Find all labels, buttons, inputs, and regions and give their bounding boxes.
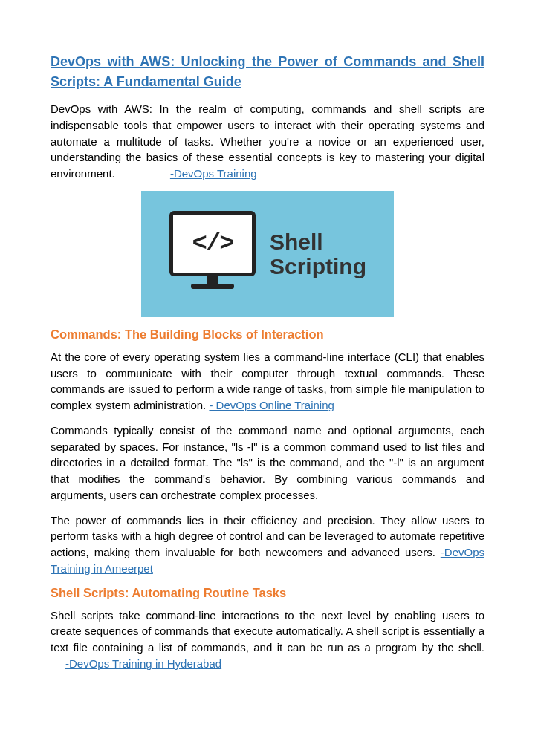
- shell-text-line2: Scripting: [270, 254, 366, 278]
- intro-paragraph: DevOps with AWS: In the realm of computi…: [51, 101, 484, 182]
- monitor-stand: [207, 276, 218, 284]
- section2-para1: Shell scripts take command-line interact…: [51, 607, 484, 672]
- intro-text: DevOps with AWS: In the realm of computi…: [51, 102, 484, 180]
- monitor-base: [191, 284, 234, 289]
- section1-heading: Commands: The Building Blocks of Interac…: [51, 328, 484, 342]
- section2-heading: Shell Scripts: Automating Routine Tasks: [51, 586, 484, 600]
- page-title-link[interactable]: DevOps with AWS: Unlocking the Power of …: [51, 52, 484, 92]
- shell-text-line1: Shell: [270, 229, 366, 254]
- devops-hyderabad-link[interactable]: -DevOps Training in Hyderabad: [65, 656, 221, 672]
- section1-para3-text: The power of commands lies in their effi…: [51, 514, 484, 559]
- section1-para2: Commands typically consist of the comman…: [51, 423, 484, 504]
- shell-scripting-graphic: </> Shell Scripting: [141, 191, 394, 317]
- monitor-screen: </>: [169, 211, 256, 276]
- hero-image: </> Shell Scripting: [51, 191, 484, 317]
- devops-training-link[interactable]: -DevOps Training: [170, 166, 257, 182]
- section1-para1: At the core of every operating system li…: [51, 349, 484, 414]
- shell-scripting-text: Shell Scripting: [270, 229, 366, 278]
- section1-para3: The power of commands lies in their effi…: [51, 512, 484, 577]
- devops-online-training-link[interactable]: - DevOps Online Training: [209, 399, 334, 411]
- monitor-icon: </>: [169, 211, 256, 296]
- section2-para1-text: Shell scripts take command-line interact…: [51, 609, 484, 654]
